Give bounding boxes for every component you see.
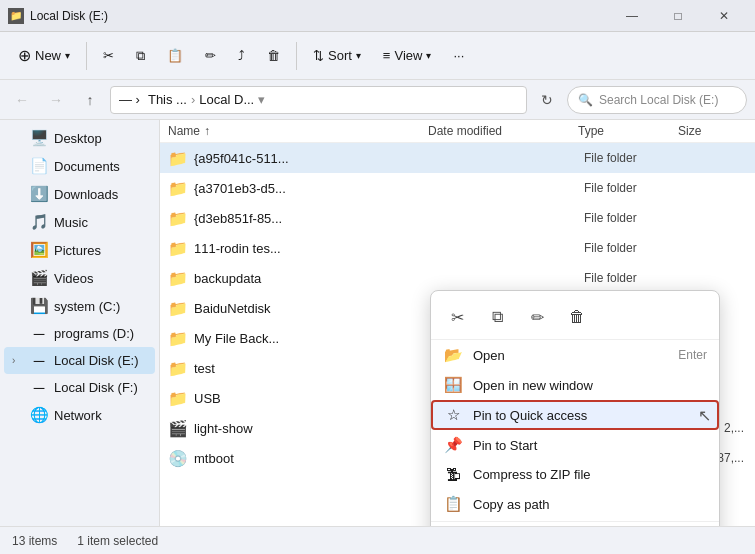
maximize-button[interactable]: □ (655, 0, 701, 32)
network-icon: 🌐 (30, 406, 48, 424)
table-row[interactable]: 📁 {a3701eb3-d5... File folder (160, 173, 755, 203)
sidebar-item-downloads[interactable]: ⬇️ Downloads (4, 180, 155, 208)
context-menu-toolbar: ✂ ⧉ ✏ 🗑 (431, 295, 719, 340)
rename-icon: ✏ (205, 48, 216, 63)
window-icon: 📁 (8, 8, 24, 24)
search-icon: 🔍 (578, 93, 593, 107)
pin-icon: ☆ (443, 406, 463, 424)
open-icon: 📂 (443, 346, 463, 364)
context-menu-separator (431, 521, 719, 522)
sidebar-item-music[interactable]: 🎵 Music (4, 208, 155, 236)
refresh-button[interactable]: ↻ (533, 86, 561, 114)
downloads-icon: ⬇️ (30, 185, 48, 203)
more-button[interactable]: ··· (443, 42, 474, 69)
table-row[interactable]: 📁 backupdata File folder (160, 263, 755, 293)
copy-icon: ⧉ (136, 48, 145, 64)
path-bar[interactable]: — › This ... › Local D... ▾ (110, 86, 527, 114)
pictures-icon: 🖼️ (30, 241, 48, 259)
delete-icon: 🗑 (267, 48, 280, 63)
folder-icon: 📁 (168, 209, 188, 228)
desktop-icon: 🖥️ (30, 129, 48, 147)
ctx-copy-button[interactable]: ⧉ (481, 301, 513, 333)
sidebar-item-local-f[interactable]: ─ Local Disk (F:) (4, 374, 155, 401)
folder-icon: 📁 (168, 179, 188, 198)
table-row[interactable]: 📁 {a95f041c-511... File folder (160, 143, 755, 173)
new-icon: ⊕ (18, 46, 31, 65)
file-content: Name ↑ Date modified Type Size 📁 {a95f04… (160, 120, 755, 526)
search-placeholder: Search Local Disk (E:) (599, 93, 718, 107)
documents-icon: 📄 (30, 157, 48, 175)
folder-icon: 📁 (168, 389, 188, 408)
folder-icon: 📁 (168, 269, 188, 288)
close-button[interactable]: ✕ (701, 0, 747, 32)
sidebar-item-documents[interactable]: 📄 Documents (4, 152, 155, 180)
context-menu: ✂ ⧉ ✏ 🗑 📂 Open Enter 🪟 Open in new windo… (430, 290, 720, 526)
delete-button[interactable]: 🗑 (257, 42, 290, 69)
ctx-compress-zip[interactable]: 🗜 Compress to ZIP file (431, 460, 719, 489)
view-button[interactable]: ≡ View ▾ (373, 42, 442, 69)
system-c-icon: 💾 (30, 297, 48, 315)
local-f-icon: ─ (30, 379, 48, 396)
view-icon: ≡ (383, 48, 391, 63)
header-name[interactable]: Name ↑ (168, 124, 428, 138)
window-title: Local Disk (E:) (30, 9, 609, 23)
toolbar-separator-2 (296, 42, 297, 70)
pin-start-icon: 📌 (443, 436, 463, 454)
video-icon: 🎬 (168, 419, 188, 438)
share-icon: ⤴ (238, 48, 245, 63)
compress-icon: 🗜 (443, 466, 463, 483)
ctx-rename-button[interactable]: ✏ (521, 301, 553, 333)
ctx-properties[interactable]: ℹ Properties Alt+Enter (431, 524, 719, 526)
back-button[interactable]: ← (8, 86, 36, 114)
ctx-delete-button[interactable]: 🗑 (561, 301, 593, 333)
programs-d-icon: ─ (30, 325, 48, 342)
search-bar[interactable]: 🔍 Search Local Disk (E:) (567, 86, 747, 114)
selected-count: 1 item selected (77, 534, 158, 548)
ctx-pin-quick-access[interactable]: ☆ Pin to Quick access ↖ (431, 400, 719, 430)
header-date[interactable]: Date modified (428, 124, 578, 138)
file-list-header: Name ↑ Date modified Type Size (160, 120, 755, 143)
sidebar-item-pictures[interactable]: 🖼️ Pictures (4, 236, 155, 264)
new-button[interactable]: ⊕ New ▾ (8, 40, 80, 71)
forward-button[interactable]: → (42, 86, 70, 114)
sidebar: 🖥️ Desktop 📄 Documents ⬇️ Downloads 🎵 Mu… (0, 120, 160, 526)
sidebar-item-programs-d[interactable]: ─ programs (D:) (4, 320, 155, 347)
status-bar: 13 items 1 item selected (0, 526, 755, 554)
ctx-open[interactable]: 📂 Open Enter (431, 340, 719, 370)
path-segment-1: — › (119, 92, 140, 107)
sort-button[interactable]: ⇅ Sort ▾ (303, 42, 371, 69)
paste-button[interactable]: 📋 (157, 42, 193, 69)
up-button[interactable]: ↑ (76, 86, 104, 114)
ctx-cut-button[interactable]: ✂ (441, 301, 473, 333)
cut-icon: ✂ (103, 48, 114, 63)
sidebar-item-local-e[interactable]: › ─ Local Disk (E:) (4, 347, 155, 374)
sidebar-item-system-c[interactable]: 💾 system (C:) (4, 292, 155, 320)
paste-icon: 📋 (167, 48, 183, 63)
folder-icon: 📁 (168, 239, 188, 258)
table-row[interactable]: 📁 111-rodin tes... File folder (160, 233, 755, 263)
copy-button[interactable]: ⧉ (126, 42, 155, 70)
ctx-pin-start[interactable]: 📌 Pin to Start (431, 430, 719, 460)
ctx-open-new-window[interactable]: 🪟 Open in new window (431, 370, 719, 400)
folder-icon: 📁 (168, 359, 188, 378)
items-count: 13 items (12, 534, 57, 548)
share-button[interactable]: ⤴ (228, 42, 255, 69)
header-size[interactable]: Size (678, 124, 738, 138)
sidebar-item-videos[interactable]: 🎬 Videos (4, 264, 155, 292)
cut-button[interactable]: ✂ (93, 42, 124, 69)
sidebar-item-desktop[interactable]: 🖥️ Desktop (4, 124, 155, 152)
header-type[interactable]: Type (578, 124, 678, 138)
path-segment-3: Local D... (199, 92, 254, 107)
ctx-copy-path[interactable]: 📋 Copy as path (431, 489, 719, 519)
disc-icon: 💿 (168, 449, 188, 468)
window-controls: — □ ✕ (609, 0, 747, 32)
table-row[interactable]: 📁 {d3eb851f-85... File folder (160, 203, 755, 233)
main-layout: 🖥️ Desktop 📄 Documents ⬇️ Downloads 🎵 Mu… (0, 120, 755, 526)
cursor-pointer: ↖ (698, 406, 711, 425)
rename-button[interactable]: ✏ (195, 42, 226, 69)
address-bar: ← → ↑ — › This ... › Local D... ▾ ↻ 🔍 Se… (0, 80, 755, 120)
local-e-icon: ─ (30, 352, 48, 369)
minimize-button[interactable]: — (609, 0, 655, 32)
sidebar-item-network[interactable]: 🌐 Network (4, 401, 155, 429)
videos-icon: 🎬 (30, 269, 48, 287)
